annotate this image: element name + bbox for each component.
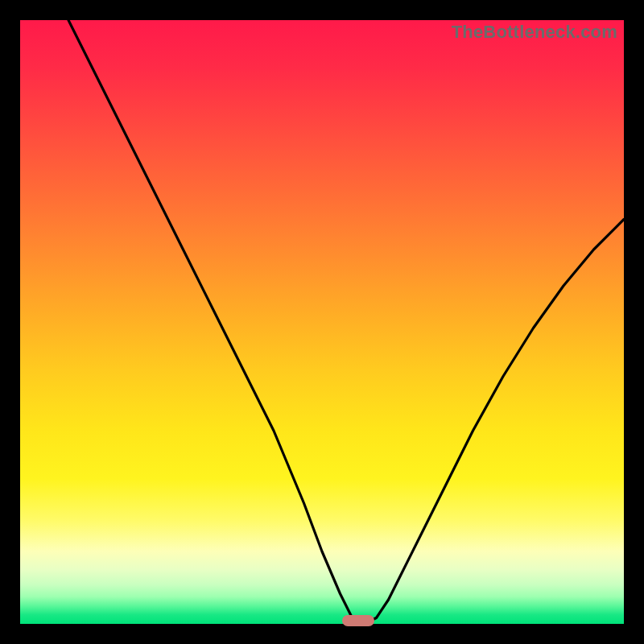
chart-frame: TheBottleneck.com (0, 0, 644, 644)
plot-area: TheBottleneck.com (20, 20, 624, 624)
bottleneck-curve (20, 20, 624, 624)
optimal-marker (342, 615, 374, 626)
